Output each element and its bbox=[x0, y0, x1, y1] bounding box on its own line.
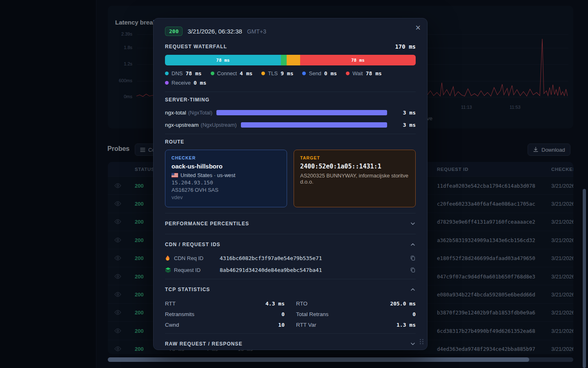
legend-item-wait: Wait78 ms bbox=[346, 70, 382, 76]
divider bbox=[165, 333, 416, 334]
timing-bar bbox=[241, 122, 387, 128]
legend-label: Connect bbox=[217, 70, 237, 76]
segment-label: 78 ms bbox=[351, 58, 365, 63]
tcp-stat: RTT Var1.3 ms bbox=[296, 320, 416, 329]
legend-value: 4 ms bbox=[240, 70, 252, 76]
checker-location-text: United States · us-west bbox=[180, 172, 235, 178]
horizontal-scrollbar[interactable] bbox=[108, 357, 573, 362]
divider bbox=[165, 234, 416, 234]
raw-title: RAW REQUEST / RESPONSE bbox=[165, 341, 243, 347]
copy-button[interactable] bbox=[410, 255, 416, 261]
divider bbox=[165, 92, 416, 92]
segment-label: 78 ms bbox=[216, 58, 229, 63]
legend-item-send: Send0 ms bbox=[302, 70, 337, 76]
modal-header: 200 3/21/2026, 06:32:38 GMT+3 bbox=[165, 27, 416, 36]
timing-value: 3 ms bbox=[393, 122, 416, 128]
legend-value: 78 ms bbox=[185, 70, 201, 76]
timezone-label: GMT+3 bbox=[247, 28, 266, 35]
route-title: ROUTE bbox=[165, 139, 416, 145]
status-badge: 200 bbox=[165, 27, 183, 36]
cdn-req-id-row: CDN Req ID 4316bc6082bcf3f97a0e54e79b535… bbox=[165, 253, 416, 263]
tcp-statistics-toggle[interactable]: TCP STATISTICS bbox=[165, 281, 416, 298]
timing-name: ngx-upstream bbox=[165, 122, 199, 128]
tcp-stat-value: 0 bbox=[281, 311, 285, 317]
chevron-down-icon bbox=[410, 221, 416, 227]
tcp-stat: Retransmits0 bbox=[165, 310, 285, 319]
horizontal-scrollbar-thumb[interactable] bbox=[108, 357, 529, 362]
tcp-title: TCP STATISTICS bbox=[165, 287, 210, 292]
resize-grip[interactable] bbox=[419, 339, 424, 346]
divider bbox=[165, 279, 416, 279]
waterfall-segment-tls[interactable] bbox=[287, 55, 300, 65]
legend-value: 0 ms bbox=[194, 80, 206, 86]
legend-label: Receive bbox=[172, 80, 191, 86]
cdn-req-id-value: 4316bc6082bcf3f97a0e54e79b535e71 bbox=[220, 255, 322, 261]
checker-ip: 15.204.93.150 bbox=[172, 180, 281, 186]
waterfall-segment-wait[interactable]: 78 ms bbox=[300, 55, 416, 65]
timing-value: 3 ms bbox=[393, 110, 416, 116]
chevron-up-icon bbox=[410, 287, 416, 292]
checker-location: United States · us-west bbox=[172, 172, 281, 178]
checker-card: CHECKER oack-us-hillsboro United States … bbox=[165, 150, 287, 207]
target-label: TARGET bbox=[300, 155, 409, 160]
copy-button[interactable] bbox=[410, 267, 416, 273]
waterfall-segment-connect[interactable] bbox=[281, 55, 287, 65]
request-id-value: 8ab46291d34240de84ea9bebc547ba41 bbox=[220, 267, 322, 273]
waterfall-total: 170 ms bbox=[395, 43, 416, 50]
waterfall-legend: DNS78 ms Connect4 ms TLS9 ms Send0 ms Wa… bbox=[165, 70, 416, 86]
tcp-stat-value: 4.3 ms bbox=[265, 301, 285, 307]
vertical-scrollbar-thumb[interactable] bbox=[583, 189, 586, 368]
cdn-title: CDN / REQUEST IDS bbox=[165, 242, 220, 247]
cdn-req-id-label: CDN Req ID bbox=[174, 255, 220, 261]
tcp-stat-label: RTO bbox=[296, 301, 307, 307]
timing-desc: (NgxTotal) bbox=[188, 110, 212, 116]
tcp-stat: Cwnd10 bbox=[165, 320, 285, 329]
chevron-up-icon bbox=[410, 242, 416, 247]
us-flag-icon bbox=[172, 173, 178, 177]
tcp-stat: Total Retrans0 bbox=[296, 310, 416, 319]
legend-label: Wait bbox=[352, 70, 363, 76]
raw-request-response-toggle[interactable]: RAW REQUEST / RESPONSE bbox=[165, 335, 416, 352]
performance-title: PERFORMANCE PERCENTILES bbox=[165, 221, 249, 227]
divider bbox=[165, 213, 416, 213]
tcp-stat-value: 205.0 ms bbox=[390, 301, 416, 307]
legend-item-tls: TLS9 ms bbox=[261, 70, 293, 76]
legend-item-connect: Connect4 ms bbox=[211, 70, 253, 76]
waterfall-title: REQUEST WATERFALL bbox=[165, 44, 227, 49]
legend-dot bbox=[211, 72, 214, 75]
legend-dot bbox=[261, 72, 265, 75]
server-timing-row: ngx-total(NgxTotal) 3 ms bbox=[165, 108, 416, 117]
timing-bar-wrap bbox=[241, 122, 387, 128]
legend-label: DNS bbox=[172, 70, 183, 76]
tcp-stat-value: 1.3 ms bbox=[396, 322, 416, 328]
request-detail-modal: × 200 3/21/2026, 06:32:38 GMT+3 REQUEST … bbox=[153, 18, 428, 350]
target-card: TARGET 2400:52e0:1a05::1431:1 AS200325 B… bbox=[294, 150, 416, 207]
copy-icon bbox=[410, 255, 416, 261]
waterfall-segment-dns[interactable]: 78 ms bbox=[165, 55, 281, 65]
legend-label: Send bbox=[309, 70, 321, 76]
timestamp: 3/21/2026, 06:32:38 bbox=[187, 28, 242, 35]
tcp-stat: RTO205.0 ms bbox=[296, 299, 416, 308]
waterfall-header: REQUEST WATERFALL 170 ms bbox=[165, 43, 416, 50]
cdn-request-ids-toggle[interactable]: CDN / REQUEST IDS bbox=[165, 236, 416, 253]
request-id-label: Request ID bbox=[174, 267, 220, 273]
legend-label: TLS bbox=[268, 70, 278, 76]
checker-tag: vdev bbox=[172, 194, 281, 200]
legend-dot bbox=[302, 72, 306, 75]
tcp-stats-grid: RTT4.3 ms RTO205.0 ms Retransmits0 Total… bbox=[165, 299, 416, 329]
server-timing-title: SERVER-TIMING bbox=[165, 97, 416, 103]
legend-dot bbox=[346, 72, 350, 75]
tcp-stat: RTT4.3 ms bbox=[165, 299, 285, 308]
legend-dot bbox=[165, 81, 169, 85]
performance-percentiles-toggle[interactable]: PERFORMANCE PERCENTILES bbox=[165, 215, 416, 232]
legend-item-receive: Receive0 ms bbox=[165, 80, 206, 86]
close-icon[interactable]: × bbox=[415, 23, 421, 32]
timing-desc: (NgxUpstream) bbox=[201, 122, 237, 128]
tcp-stat-label: Cwnd bbox=[165, 322, 179, 328]
tcp-stat-value: 0 bbox=[412, 311, 416, 317]
timing-name: ngx-total bbox=[165, 110, 186, 116]
waterfall-bar: 78 ms 78 ms bbox=[165, 55, 416, 65]
request-id-row: Request ID 8ab46291d34240de84ea9bebc547b… bbox=[165, 265, 416, 275]
tcp-stat-label: Total Retrans bbox=[296, 311, 329, 317]
legend-dot bbox=[165, 72, 169, 75]
